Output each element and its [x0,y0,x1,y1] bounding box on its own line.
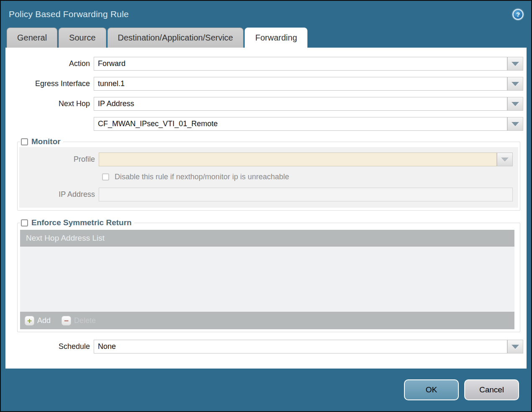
tab-label: Source [69,33,95,43]
disable-rule-row: Disable this rule if nexthop/monitor ip … [102,173,518,181]
policy-based-forwarding-rule-dialog: Policy Based Forwarding Rule ? General S… [0,0,532,412]
monitor-legend: Monitor [20,137,63,146]
chevron-down-icon [512,122,519,126]
monitor-checkbox[interactable] [21,138,28,145]
disable-rule-label: Disable this rule if nexthop/monitor ip … [115,173,289,181]
enforce-symmetric-return-fieldset: Enforce Symmetric Return Next Hop Addres… [17,218,520,332]
chevron-down-icon [512,62,519,66]
chevron-down-icon [512,102,519,106]
tab-general[interactable]: General [7,28,57,48]
enforce-symmetric-return-checkbox[interactable] [21,219,28,226]
next-hop-address-select[interactable]: CF_MWAN_IPsec_VTI_01_Remote [94,117,507,131]
profile-label: Profile [19,155,99,164]
egress-interface-label: Egress Interface [5,79,94,88]
dialog-title: Policy Based Forwarding Rule [9,9,129,19]
monitor-fieldset: Monitor Profile Disable this rule if nex… [17,137,520,211]
plus-icon: + [25,316,34,326]
chevron-down-icon [501,158,509,162]
enforce-symmetric-return-legend: Enforce Symmetric Return [20,218,134,227]
ok-button[interactable]: OK [404,379,459,400]
next-hop-address-list-table: Next Hop Address List + Add − Delete [20,230,514,329]
next-hop-address-dropdown-button[interactable] [507,117,523,131]
next-hop-row: Next Hop IP Address [5,97,523,111]
chevron-down-icon [512,345,519,349]
tab-destination-application-service[interactable]: Destination/Application/Service [107,28,244,48]
egress-interface-dropdown-button[interactable] [507,77,523,91]
cancel-button[interactable]: Cancel [464,379,519,400]
action-label: Action [5,59,94,68]
tab-bar: General Source Destination/Application/S… [1,28,531,48]
help-icon[interactable]: ? [512,9,524,20]
action-dropdown-button[interactable] [507,57,523,71]
next-hop-address-row: CF_MWAN_IPsec_VTI_01_Remote [5,117,523,131]
tab-label: Destination/Application/Service [118,33,233,43]
monitor-ip-address-row: IP Address [19,188,518,201]
tab-forwarding[interactable]: Forwarding [245,28,307,48]
profile-select[interactable] [99,153,497,166]
help-icon-glyph: ? [516,11,520,18]
table-header: Next Hop Address List [20,230,514,247]
schedule-select[interactable]: None [94,340,507,354]
tab-source[interactable]: Source [59,28,106,48]
monitor-panel: Profile Disable this rule if nexthop/mon… [19,147,518,208]
action-row: Action Forward [5,57,523,71]
chevron-down-icon [512,82,519,86]
schedule-row: Schedule None [5,340,523,354]
delete-button: − Delete [61,316,96,326]
profile-dropdown-button [497,153,513,166]
monitor-ip-address-label: IP Address [19,190,99,199]
add-button[interactable]: + Add [25,316,51,326]
action-select[interactable]: Forward [94,57,507,71]
delete-button-label: Delete [74,316,96,325]
egress-interface-row: Egress Interface tunnel.1 [5,77,523,91]
tab-label: General [17,33,47,43]
schedule-label: Schedule [5,342,94,351]
dialog-footer: OK Cancel [1,379,519,400]
add-button-label: Add [37,316,51,325]
table-header-label: Next Hop Address List [26,234,105,243]
next-hop-label: Next Hop [5,99,94,108]
monitor-ip-address-input [99,188,513,201]
enforce-symmetric-return-legend-label: Enforce Symmetric Return [31,218,132,227]
titlebar: Policy Based Forwarding Rule ? [1,1,531,28]
tab-label: Forwarding [255,33,297,43]
minus-icon: − [61,316,71,326]
next-hop-select[interactable]: IP Address [94,97,507,111]
schedule-dropdown-button[interactable] [507,340,523,354]
monitor-legend-label: Monitor [31,137,61,146]
table-body-empty[interactable] [20,247,514,312]
next-hop-dropdown-button[interactable] [507,97,523,111]
table-toolbar: + Add − Delete [20,312,514,329]
disable-rule-checkbox [102,173,109,181]
forwarding-tab-panel: Action Forward Egress Interface tunnel.1… [5,48,527,369]
profile-row: Profile [19,153,518,166]
egress-interface-select[interactable]: tunnel.1 [94,77,507,91]
